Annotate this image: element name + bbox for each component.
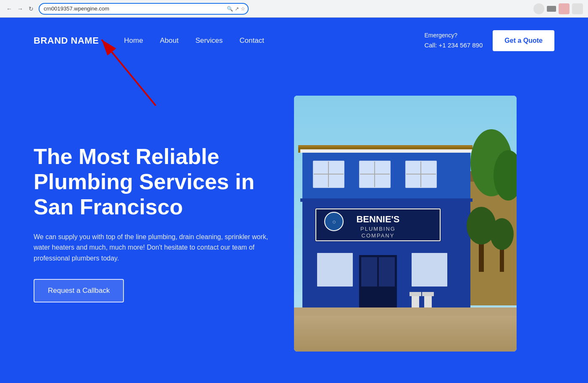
svg-rect-27 — [361, 257, 377, 287]
get-quote-button[interactable]: Get a Quote — [493, 30, 554, 51]
zoom-icon: 🔍 — [227, 6, 233, 12]
svg-rect-34 — [294, 307, 517, 316]
svg-rect-28 — [379, 257, 395, 287]
svg-rect-6 — [300, 149, 472, 153]
hero-description: We can supply you with top of the line p… — [34, 232, 269, 264]
profile-avatar-1 — [533, 3, 544, 14]
website: BRAND NAME Home About Services Contact E… — [0, 18, 588, 383]
phone-number: Call: +1 234 567 890 — [424, 41, 483, 50]
forward-button[interactable]: → — [16, 5, 24, 13]
browser-chrome: ← → ↻ 🔍 ↗ ☆ — [0, 0, 588, 18]
nav-item-contact[interactable]: Contact — [239, 36, 264, 45]
nav-link-services[interactable]: Services — [195, 36, 223, 44]
callback-button[interactable]: Request a Callback — [34, 279, 124, 302]
hero-image: BENNIE'S PLUMBING COMPANY ⬡ — [294, 96, 517, 352]
nav-link-contact[interactable]: Contact — [239, 36, 264, 44]
svg-rect-19 — [300, 198, 472, 202]
svg-point-42 — [490, 218, 514, 250]
address-bar-wrapper: 🔍 ↗ ☆ — [39, 3, 249, 15]
svg-text:COMPANY: COMPANY — [362, 232, 395, 239]
extension-box — [547, 6, 556, 12]
nav-item-about[interactable]: About — [160, 36, 178, 45]
menu-button[interactable] — [572, 3, 583, 14]
header-right: Emergency? Call: +1 234 567 890 Get a Qu… — [424, 30, 554, 51]
building-illustration: BENNIE'S PLUMBING COMPANY ⬡ — [294, 96, 517, 352]
svg-rect-41 — [500, 247, 504, 272]
address-bar-icons: 🔍 ↗ ☆ — [227, 6, 245, 12]
svg-text:BENNIE'S: BENNIE'S — [356, 214, 399, 224]
nav-item-services[interactable]: Services — [195, 36, 223, 45]
svg-text:⬡: ⬡ — [333, 220, 336, 224]
emergency-label: Emergency? — [424, 31, 483, 40]
address-bar[interactable] — [39, 3, 249, 15]
svg-rect-35 — [412, 295, 419, 307]
svg-rect-30 — [412, 253, 447, 287]
emergency-info: Emergency? Call: +1 234 567 890 — [424, 31, 483, 50]
nav-links: Home About Services Contact — [124, 36, 424, 45]
navbar: BRAND NAME Home About Services Contact E… — [0, 18, 588, 64]
hero-section: The Most Reliable Plumbing Services in S… — [0, 64, 588, 383]
building-svg: BENNIE'S PLUMBING COMPANY ⬡ — [294, 96, 517, 352]
back-button[interactable]: ← — [5, 5, 13, 13]
svg-rect-29 — [317, 253, 353, 287]
hero-title: The Most Reliable Plumbing Services in S… — [34, 144, 277, 219]
hero-text: The Most Reliable Plumbing Services in S… — [34, 144, 294, 302]
browser-nav-buttons: ← → ↻ — [5, 5, 35, 13]
svg-rect-37 — [424, 295, 432, 307]
svg-rect-36 — [410, 292, 421, 296]
svg-text:PLUMBING: PLUMBING — [360, 226, 396, 232]
nav-link-about[interactable]: About — [160, 36, 178, 44]
svg-rect-38 — [422, 292, 434, 296]
nav-link-home[interactable]: Home — [124, 36, 143, 44]
nav-item-home[interactable]: Home — [124, 36, 143, 45]
browser-toolbar-right — [533, 3, 583, 14]
share-icon: ↗ — [235, 6, 239, 12]
brand-name: BRAND NAME — [34, 35, 99, 46]
extension-icon — [559, 3, 570, 14]
refresh-button[interactable]: ↻ — [27, 5, 35, 13]
bookmark-icon: ☆ — [241, 6, 245, 12]
svg-rect-5 — [298, 145, 472, 147]
